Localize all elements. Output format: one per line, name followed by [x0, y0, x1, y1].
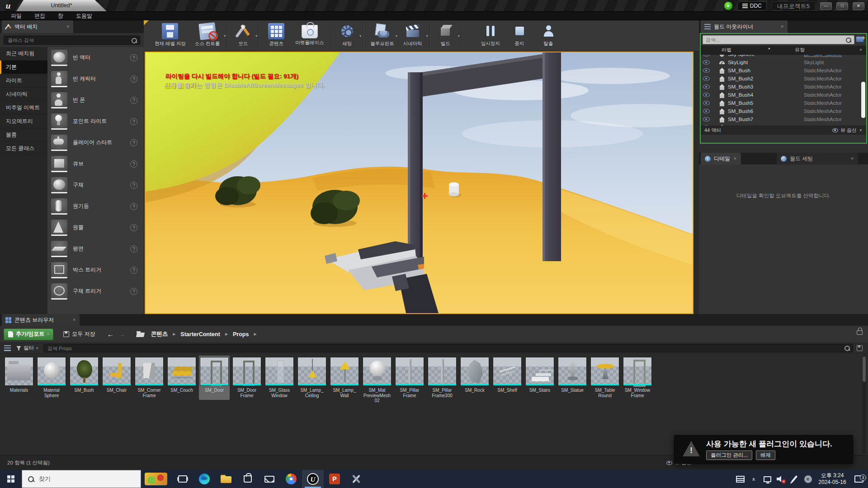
- 탈출[interactable]: 탈출: [534, 22, 563, 48]
- outliner-column-header[interactable]: 라벨 ▲ 유형 ▼: [701, 46, 866, 55]
- menu-item[interactable]: 도움말: [70, 12, 99, 20]
- help-icon[interactable]: ?: [130, 245, 137, 253]
- outliner-row[interactable]: SM_Bush2 StaticMeshActor: [701, 75, 866, 83]
- edge-icon[interactable]: [193, 470, 215, 488]
- 소스 컨트롤[interactable]: 소스 컨트롤 ▾: [190, 22, 227, 48]
- SM_Shelf[interactable]: SM_Shelf: [492, 356, 523, 400]
- actor-item[interactable]: 원뿔 ?: [47, 217, 144, 238]
- powerpoint-icon[interactable]: P: [324, 470, 345, 488]
- visibility-eye-icon[interactable]: [703, 84, 710, 89]
- outliner-row[interactable]: SM_Bush3 StaticMeshActor: [701, 83, 866, 91]
- sort-ascending-icon[interactable]: ▲: [768, 47, 771, 50]
- menu-item[interactable]: 창: [52, 12, 70, 20]
- outliner-row[interactable]: SM_Bush8 StaticMeshActor: [701, 123, 866, 126]
- SM_Pillar Frame300[interactable]: SM_Pillar Frame300: [427, 356, 458, 400]
- news-widget-icon[interactable]: [733, 476, 747, 483]
- chevron-down-icon[interactable]: ▾: [426, 34, 428, 38]
- outliner-scrollbar[interactable]: [861, 82, 865, 118]
- help-icon[interactable]: ?: [130, 288, 137, 295]
- pen-icon[interactable]: [788, 475, 801, 483]
- tab-details[interactable]: i 디테일 ✕: [701, 153, 741, 164]
- breadcrumb-item[interactable]: Props: [231, 331, 250, 338]
- actor-category[interactable]: 시네마틱: [0, 88, 47, 101]
- manage-plugins-button[interactable]: 플러그인 관리...: [706, 450, 752, 460]
- widgets-thumbnail[interactable]: [145, 473, 167, 485]
- breadcrumb-caret-icon[interactable]: ▶: [222, 332, 231, 336]
- minimize-button[interactable]: —: [820, 2, 832, 10]
- SM_Pillar Frame[interactable]: SM_Pillar Frame: [394, 356, 425, 400]
- help-icon[interactable]: ?: [130, 203, 137, 210]
- 마켓플레이스[interactable]: 마켓플레이스: [291, 22, 331, 48]
- actor-category[interactable]: 비주얼 이펙트: [0, 101, 47, 115]
- network-icon[interactable]: [760, 476, 774, 482]
- help-icon[interactable]: ?: [130, 160, 137, 168]
- outliner-row[interactable]: SM_Bush6 StaticMeshActor: [701, 107, 866, 115]
- help-icon[interactable]: ?: [130, 75, 137, 83]
- tab-place-actors[interactable]: 액터 배치 ✕: [2, 20, 73, 33]
- visibility-eye-icon[interactable]: [703, 93, 710, 97]
- visibility-eye-icon[interactable]: [703, 68, 710, 73]
- SM_Glass Window[interactable]: SM_Glass Window: [264, 356, 295, 400]
- hidden-icons-chevron[interactable]: ∧: [747, 476, 760, 482]
- asset-grid-scrollbar[interactable]: [862, 356, 866, 454]
- breadcrumb-item[interactable]: StarterContent: [179, 331, 222, 338]
- unreal-engine-icon[interactable]: U: [302, 470, 324, 488]
- 모드[interactable]: 모드 ▾: [230, 22, 259, 48]
- sources-panel-icon[interactable]: [4, 345, 11, 351]
- actor-item[interactable]: 원기둥 ?: [47, 196, 144, 217]
- view-options-button[interactable]: 뷰 옵션 ▼: [832, 127, 863, 134]
- column-label[interactable]: 라벨: [701, 47, 795, 53]
- SM_Stairs[interactable]: SM_Stairs: [524, 356, 555, 400]
- SM_Chair[interactable]: SM_Chair: [101, 356, 132, 400]
- outliner-row[interactable]: SM_Bush5 StaticMeshActor: [701, 99, 866, 107]
- tab-content-browser[interactable]: 콘텐츠 브라우저 ✕: [2, 314, 80, 326]
- 일시정지[interactable]: 일시정지: [476, 22, 505, 48]
- menu-item[interactable]: 편집: [28, 12, 52, 20]
- notification-center-button[interactable]: 3: [850, 475, 868, 483]
- actor-category[interactable]: 기본: [0, 61, 47, 74]
- back-arrow-icon[interactable]: ←: [107, 330, 114, 338]
- close-icon[interactable]: ✕: [72, 318, 76, 322]
- help-icon[interactable]: ?: [130, 54, 137, 61]
- help-icon[interactable]: ?: [130, 182, 137, 189]
- Material Sphere[interactable]: Material Sphere: [36, 356, 67, 400]
- filter-button[interactable]: 필터 ▾: [16, 345, 38, 352]
- column-type[interactable]: 유형: [795, 47, 805, 53]
- actor-item[interactable]: 포인트 라이트 ?: [47, 111, 144, 132]
- dev-tools-icon[interactable]: [345, 470, 367, 488]
- mail-icon[interactable]: [259, 470, 280, 488]
- close-icon[interactable]: ✕: [733, 156, 737, 161]
- outliner-row[interactable]: SM_Bush7 StaticMeshActor: [701, 115, 866, 123]
- store-icon[interactable]: [237, 470, 259, 488]
- help-icon[interactable]: ?: [130, 139, 137, 146]
- dismiss-button[interactable]: 해제: [756, 450, 775, 460]
- 블루프린트[interactable]: 블루프린트 ▾: [366, 22, 399, 48]
- actor-category[interactable]: 라이트: [0, 74, 47, 88]
- outliner-search-input[interactable]: [703, 37, 845, 42]
- 3d-viewport[interactable]: 라이팅을 다시 빌드해야 합니다 (빌드 필요: 91개) 문을 열거라시지를 …: [145, 52, 693, 314]
- tab-world-settings[interactable]: 월드 세팅 ✕: [777, 153, 858, 164]
- taskbar-search[interactable]: 찾기: [22, 470, 141, 488]
- ddc-button[interactable]: DDC: [737, 1, 767, 10]
- visibility-eye-icon[interactable]: [703, 109, 710, 113]
- help-icon[interactable]: ?: [130, 224, 137, 231]
- start-button[interactable]: [0, 470, 22, 488]
- chevron-down-icon[interactable]: ▾: [255, 34, 257, 38]
- SM_Door Frame[interactable]: SM_Door Frame: [231, 356, 262, 400]
- SM_Corner Frame[interactable]: SM_Corner Frame: [134, 356, 165, 400]
- class-search-input[interactable]: [4, 38, 131, 43]
- volume-muted-icon[interactable]: ✕: [774, 475, 788, 483]
- help-icon[interactable]: ?: [130, 118, 137, 125]
- save-all-button[interactable]: 모두 저장: [60, 328, 99, 340]
- actor-item[interactable]: 빈 액터 ?: [47, 47, 144, 68]
- lock-icon[interactable]: [857, 330, 863, 335]
- close-icon[interactable]: ✕: [66, 24, 70, 29]
- column-filter-icon[interactable]: ▼: [859, 48, 863, 52]
- help-icon[interactable]: ?: [130, 267, 137, 274]
- chevron-down-icon[interactable]: ▾: [396, 34, 397, 38]
- 세팅[interactable]: 세팅 ▾: [334, 22, 363, 48]
- actor-item[interactable]: 큐브 ?: [47, 153, 144, 174]
- tutorial-launch-icon[interactable]: [724, 1, 733, 10]
- outliner-row[interactable]: SM_Bush StaticMeshActor: [701, 66, 866, 75]
- SM_Window Frame[interactable]: SM_Window Frame: [622, 356, 653, 400]
